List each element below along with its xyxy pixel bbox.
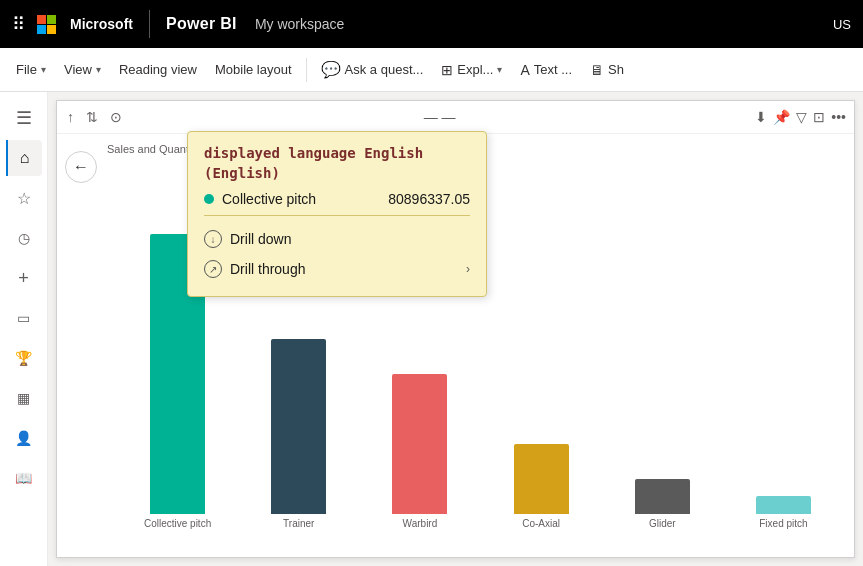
reading-view-button[interactable]: Reading view	[111, 58, 205, 81]
sidebar-item-apps[interactable]: ▦	[6, 380, 42, 416]
bar-group: Fixed pitch	[723, 496, 844, 529]
bar-label: Trainer	[283, 518, 314, 529]
drill-through-label: Drill through	[230, 261, 305, 277]
top-bar-divider	[149, 10, 150, 38]
download-icon[interactable]: ⬇	[755, 109, 767, 125]
bar-rect[interactable]	[392, 374, 447, 514]
main-content: ↑ ⇅ ⊙ — — ⬇ 📌 ▽ ⊡ ••• ← Sales and Quanti…	[48, 92, 863, 566]
microsoft-logo	[37, 15, 56, 34]
explore-icon: ⊞	[441, 62, 453, 78]
sidebar-item-goals[interactable]: 🏆	[6, 340, 42, 376]
filter-icon[interactable]: ▽	[796, 109, 807, 125]
drill-down-label: Drill down	[230, 231, 291, 247]
bar-group: Trainer	[238, 339, 359, 529]
bar-rect[interactable]	[756, 496, 811, 514]
bar-label: Glider	[649, 518, 676, 529]
workspace-label: My workspace	[255, 16, 344, 32]
top-bar: ⠿ Microsoft Power BI My workspace US	[0, 0, 863, 48]
tooltip-divider	[204, 215, 470, 216]
canvas-actions: ⬇ 📌 ▽ ⊡ •••	[755, 109, 846, 125]
tooltip-data-row: Collective pitch 80896337.05	[204, 191, 470, 207]
mobile-layout-button[interactable]: Mobile layout	[207, 58, 300, 81]
drill-through-action[interactable]: ↗ Drill through ›	[204, 254, 470, 284]
toolbar: File ▾ View ▾ Reading view Mobile layout…	[0, 48, 863, 92]
bar-label: Fixed pitch	[759, 518, 807, 529]
nav-up-icon[interactable]: ↑	[65, 107, 76, 127]
view-chevron: ▾	[96, 64, 101, 75]
tooltip-item-label: Collective pitch	[222, 191, 316, 207]
bar-label: Warbird	[403, 518, 438, 529]
bar-group: Glider	[602, 479, 723, 529]
sidebar-item-favorites[interactable]: ☆	[6, 180, 42, 216]
back-button[interactable]: ←	[65, 151, 97, 183]
drill-through-icon: ↗	[204, 260, 222, 278]
expand-icon[interactable]: ⊡	[813, 109, 825, 125]
bar-rect[interactable]	[635, 479, 690, 514]
sidebar-item-create[interactable]: +	[6, 260, 42, 296]
main-layout: ☰ ⌂ ☆ ◷ + ▭ 🏆 ▦ 👤 📖 ↑ ⇅ ⊙ — — ⬇ 📌 ▽	[0, 92, 863, 566]
bar-label: Collective pitch	[144, 518, 211, 529]
text-button[interactable]: A Text ...	[512, 58, 580, 82]
ask-question-button[interactable]: 💬 Ask a quest...	[313, 56, 432, 83]
nav-lock-icon[interactable]: ⊙	[108, 107, 124, 127]
explore-chevron: ▾	[497, 64, 502, 75]
report-canvas: ↑ ⇅ ⊙ — — ⬇ 📌 ▽ ⊡ ••• ← Sales and Quanti…	[56, 100, 855, 558]
tooltip-item-value: 80896337.05	[388, 191, 470, 207]
bar-rect[interactable]	[271, 339, 326, 514]
toolbar-divider-1	[306, 58, 307, 82]
sidebar-item-data[interactable]: ▭	[6, 300, 42, 336]
user-initials[interactable]: US	[833, 17, 851, 32]
bar-label: Co-Axial	[522, 518, 560, 529]
file-menu[interactable]: File ▾	[8, 58, 54, 81]
tooltip: displayed language English(English) Coll…	[187, 131, 487, 297]
text-icon: A	[520, 62, 529, 78]
pin-icon[interactable]: 📌	[773, 109, 790, 125]
tooltip-dot	[204, 194, 214, 204]
drill-through-chevron: ›	[466, 262, 470, 276]
sidebar-item-people[interactable]: 👤	[6, 420, 42, 456]
share-button[interactable]: 🖥 Sh	[582, 58, 632, 82]
bar-group: Warbird	[359, 374, 480, 529]
sidebar-item-learn[interactable]: 📖	[6, 460, 42, 496]
grid-icon[interactable]: ⠿	[12, 13, 25, 35]
nav-double-icon[interactable]: ⇅	[84, 107, 100, 127]
view-menu[interactable]: View ▾	[56, 58, 109, 81]
bar-group: Co-Axial	[481, 444, 602, 529]
share-icon: 🖥	[590, 62, 604, 78]
more-options-icon[interactable]: •••	[831, 109, 846, 125]
hamburger-menu[interactable]: ☰	[6, 100, 42, 136]
drill-down-icon: ↓	[204, 230, 222, 248]
microsoft-label: Microsoft	[70, 16, 133, 32]
ellipsis-center-icon: — —	[424, 109, 456, 125]
tooltip-title: displayed language English(English)	[204, 144, 470, 183]
bar-rect[interactable]	[514, 444, 569, 514]
file-chevron: ▾	[41, 64, 46, 75]
drill-down-action[interactable]: ↓ Drill down	[204, 224, 470, 254]
canvas-header: ↑ ⇅ ⊙ — — ⬇ 📌 ▽ ⊡ •••	[57, 101, 854, 134]
sidebar-item-home[interactable]: ⌂	[6, 140, 42, 176]
sidebar-item-recent[interactable]: ◷	[6, 220, 42, 256]
explore-button[interactable]: ⊞ Expl... ▾	[433, 58, 510, 82]
powerbi-title: Power BI	[166, 15, 237, 33]
sidebar: ☰ ⌂ ☆ ◷ + ▭ 🏆 ▦ 👤 📖	[0, 92, 48, 566]
chat-icon: 💬	[321, 60, 341, 79]
